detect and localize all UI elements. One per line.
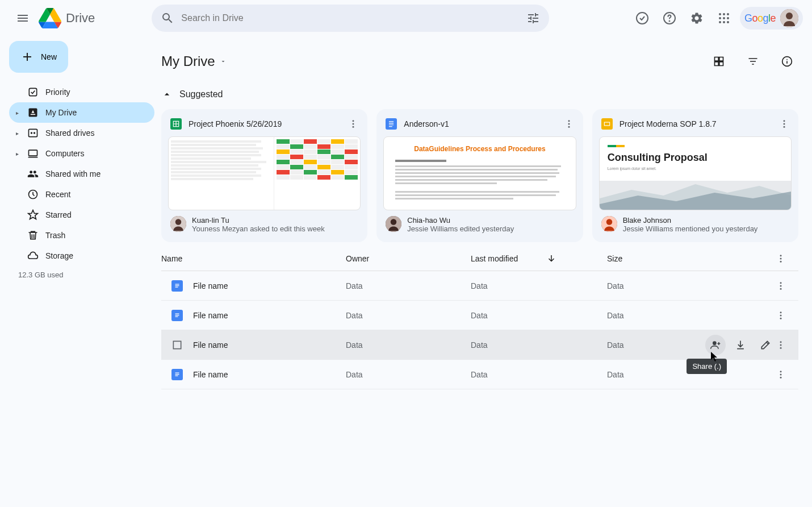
suggested-card[interactable]: Project Moderna SOP 1.8.7 Consulting Pro… (592, 109, 798, 242)
row-more-button[interactable] (776, 281, 798, 291)
svg-point-27 (353, 126, 354, 128)
svg-point-0 (637, 13, 648, 24)
table-row[interactable]: File name Data Data Data (161, 301, 798, 330)
svg-point-51 (780, 341, 782, 343)
expand-caret-icon[interactable]: ▸ (16, 130, 20, 136)
card-owner-avatar (601, 216, 617, 232)
card-owner-avatar (386, 216, 401, 232)
table-row[interactable]: File name Data Data Data (161, 271, 798, 301)
svg-point-34 (391, 219, 397, 225)
expand-caret-icon[interactable]: ▸ (16, 110, 20, 116)
support-button[interactable] (658, 7, 681, 30)
location-dropdown[interactable]: My Drive (161, 53, 227, 69)
svg-point-47 (780, 311, 782, 313)
sort-arrow-down-icon (546, 254, 556, 264)
row-more-button[interactable] (776, 310, 798, 321)
sidebar-item-starred[interactable]: Starred (9, 205, 154, 225)
filter-lines-icon (747, 56, 759, 67)
sidebar-item-trash[interactable]: Trash (9, 225, 154, 246)
sidebar-item-storage[interactable]: Storage (9, 246, 154, 266)
more-icon[interactable] (779, 119, 789, 129)
sidebar-item-my-drive[interactable]: ▸ My Drive (9, 102, 154, 123)
svg-point-44 (780, 282, 782, 284)
expand-caret-icon[interactable]: ▸ (16, 151, 20, 157)
search-input[interactable] (181, 13, 526, 23)
pencil-icon (760, 339, 771, 351)
file-owner: Data (346, 340, 471, 350)
column-header-size[interactable]: Size (607, 254, 776, 263)
svg-point-45 (780, 285, 782, 286)
cursor-pointer-icon (711, 352, 719, 362)
drive-logo-area[interactable]: Drive (39, 7, 95, 30)
search-options-icon[interactable] (526, 11, 540, 25)
priority-icon (27, 86, 39, 98)
file-name: File name (193, 370, 346, 379)
svg-point-54 (713, 341, 717, 345)
header: Drive Google (0, 0, 812, 36)
svg-point-52 (780, 344, 782, 346)
sort-button[interactable] (742, 50, 764, 73)
svg-point-32 (568, 126, 570, 128)
svg-point-10 (723, 21, 725, 23)
suggested-label: Suggested (179, 89, 223, 99)
table-row[interactable]: File name Data Data Data Share (.) (161, 330, 798, 360)
location-bar: My Drive (161, 45, 798, 77)
docs-icon (161, 280, 193, 292)
svg-rect-18 (29, 129, 37, 136)
star-icon (27, 209, 39, 221)
sidebar-item-priority[interactable]: Priority (9, 82, 154, 102)
sidebar-item-shared-with-me[interactable]: Shared with me (9, 164, 154, 184)
google-logo-text: Google (744, 13, 776, 24)
column-header-owner[interactable]: Owner (346, 254, 471, 263)
sidebar-item-label: Priority (45, 88, 70, 97)
svg-point-3 (719, 13, 721, 15)
more-icon (776, 281, 786, 291)
sidebar-item-label: Computers (45, 149, 84, 158)
new-button-label: New (41, 52, 57, 61)
column-header-name[interactable]: Name (161, 254, 346, 263)
my-drive-icon (27, 107, 39, 118)
card-owner: Chia-hao Wu (407, 216, 514, 225)
download-button[interactable] (730, 335, 751, 355)
more-icon[interactable] (348, 119, 358, 129)
sidebar: New Priority ▸ My Drive ▸ Shared drives … (0, 36, 159, 398)
card-activity: Jessie Williams mentioned you yesterday (623, 225, 758, 233)
table-header: Name Owner Last modified Size (161, 242, 798, 271)
column-header-modified[interactable]: Last modified (471, 254, 607, 264)
apps-button[interactable] (713, 7, 735, 30)
search-bar[interactable] (152, 5, 549, 32)
shared-drives-icon (27, 127, 39, 139)
header-right: Google (631, 7, 803, 30)
svg-rect-17 (31, 114, 35, 115)
more-icon[interactable] (564, 119, 574, 129)
sidebar-item-shared-drives[interactable]: ▸ Shared drives (9, 123, 154, 143)
account-pill[interactable]: Google (740, 7, 803, 30)
column-header-more[interactable] (776, 254, 798, 264)
suggested-card[interactable]: Project Phoenix 5/26/2019 (161, 109, 367, 242)
drive-logo-icon (39, 7, 61, 30)
settings-button[interactable] (685, 7, 708, 30)
details-button[interactable] (776, 50, 798, 73)
card-title: Project Phoenix 5/26/2019 (189, 119, 341, 128)
suggested-card[interactable]: Anderson-v1 DataGuidelines Process and P… (376, 109, 583, 242)
sidebar-item-recent[interactable]: Recent (9, 184, 154, 205)
sidebar-item-computers[interactable]: ▸ Computers (9, 143, 154, 164)
svg-point-40 (606, 219, 612, 225)
ready-offline-button[interactable] (631, 7, 654, 30)
card-activity: Youness Mezyan asked to edit this week (192, 225, 325, 233)
row-more-button[interactable] (776, 369, 798, 380)
download-icon (735, 339, 746, 351)
svg-point-43 (780, 261, 782, 263)
new-button[interactable]: New (9, 41, 68, 73)
file-owner: Data (346, 370, 471, 379)
rename-button[interactable] (755, 335, 776, 355)
row-more-button[interactable] (776, 340, 798, 350)
row-checkbox[interactable] (161, 339, 193, 351)
main-menu-button[interactable] (9, 5, 36, 32)
suggested-toggle[interactable]: Suggested (161, 89, 798, 100)
sidebar-item-label: Recent (45, 190, 70, 199)
more-icon (776, 340, 786, 350)
grid-view-button[interactable] (708, 50, 730, 73)
svg-point-2 (669, 21, 669, 22)
user-avatar[interactable] (780, 9, 798, 27)
